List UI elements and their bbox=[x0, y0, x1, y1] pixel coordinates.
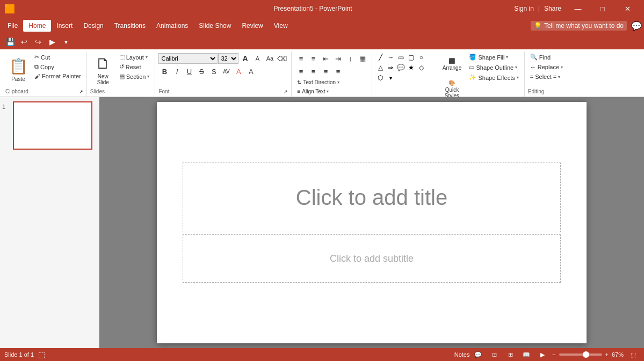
numbering-button[interactable]: ≡ bbox=[307, 53, 319, 64]
arrange-button[interactable]: ⬛ Arrange bbox=[439, 53, 465, 76]
shape-rounded-rect[interactable]: ▢ bbox=[406, 53, 416, 62]
slide-subtitle-area[interactable]: Click to add subtitle bbox=[183, 234, 561, 283]
comments-icon[interactable]: 💬 bbox=[472, 349, 484, 360]
shape-outline-button[interactable]: ▭ Shape Outline ▾ bbox=[467, 63, 520, 72]
shape-more[interactable]: ▾ bbox=[386, 73, 395, 83]
text-direction-button[interactable]: ⇅ Text Direction ▾ bbox=[295, 78, 342, 86]
slide-info: Slide 1 of 1 bbox=[4, 351, 34, 358]
section-button[interactable]: ▤ Section ▾ bbox=[117, 72, 152, 81]
notes-button[interactable]: Notes bbox=[455, 349, 468, 360]
reset-button[interactable]: ↺ Reset bbox=[117, 62, 152, 71]
menu-animations[interactable]: Animations bbox=[151, 20, 193, 32]
bullets-button[interactable]: ≡ bbox=[295, 53, 307, 64]
layout-button[interactable]: ⬚ Layout ▾ bbox=[117, 53, 152, 62]
format-painter-button[interactable]: 🖌 Format Painter bbox=[32, 72, 83, 80]
new-slide-button[interactable]: 🗋 New Slide bbox=[90, 53, 116, 87]
shape-oval[interactable]: ○ bbox=[416, 53, 426, 62]
slide-title-area[interactable]: Click to add title bbox=[183, 163, 561, 232]
font-color-button[interactable]: A bbox=[233, 65, 244, 77]
menu-view[interactable]: View bbox=[269, 20, 293, 32]
justify-button[interactable]: ≡ bbox=[332, 65, 344, 77]
redo-button[interactable]: ↪ bbox=[32, 36, 44, 48]
strikethrough-button[interactable]: S bbox=[196, 65, 207, 77]
shape-effects-dropdown-icon: ▾ bbox=[517, 75, 519, 80]
shape-line[interactable]: ╱ bbox=[375, 53, 385, 62]
normal-view-button[interactable]: ⊡ bbox=[488, 349, 501, 360]
menu-slideshow[interactable]: Slide Show bbox=[193, 20, 236, 32]
zoom-out-icon[interactable]: − bbox=[552, 351, 555, 358]
font-expand-icon[interactable]: ↗ bbox=[284, 89, 288, 94]
search-box[interactable]: 💡 Tell me what you want to do bbox=[531, 21, 627, 31]
slideshow-button[interactable]: ▶ bbox=[536, 349, 549, 360]
zoom-in-icon[interactable]: + bbox=[605, 351, 609, 358]
align-left-button[interactable]: ≡ bbox=[295, 65, 307, 77]
fit-window-button[interactable]: ⬚ bbox=[627, 349, 640, 360]
shape-callout[interactable]: 💬 bbox=[396, 63, 406, 72]
shape-rect[interactable]: ▭ bbox=[396, 53, 406, 62]
quick-access-toolbar: 💾 ↩ ↪ ▶ ▼ bbox=[0, 34, 644, 49]
columns-button[interactable]: ▦ bbox=[357, 53, 368, 64]
shape-outline-icon: ▭ bbox=[469, 64, 474, 71]
align-center-button[interactable]: ≡ bbox=[307, 65, 319, 77]
select-button[interactable]: = Select = ▾ bbox=[528, 72, 563, 81]
increase-indent-button[interactable]: ⇥ bbox=[332, 53, 344, 64]
align-right-button[interactable]: ≡ bbox=[320, 65, 331, 77]
menu-file[interactable]: File bbox=[2, 20, 23, 32]
decrease-indent-button[interactable]: ⇤ bbox=[320, 53, 331, 64]
shape-effects-button[interactable]: ✨ Shape Effects ▾ bbox=[467, 73, 520, 82]
menu-insert[interactable]: Insert bbox=[51, 20, 78, 32]
menu-home[interactable]: Home bbox=[23, 20, 51, 32]
line-spacing-button[interactable]: ↕ bbox=[344, 53, 356, 64]
shape-fill-button[interactable]: 🪣 Shape Fill ▾ bbox=[467, 53, 520, 62]
sign-in-button[interactable]: Sign in bbox=[514, 5, 534, 12]
decrease-font-size-button[interactable]: A bbox=[251, 53, 263, 64]
close-button[interactable]: ✕ bbox=[615, 0, 640, 17]
menu-transitions[interactable]: Transitions bbox=[109, 20, 151, 32]
cut-button[interactable]: ✂ Cut bbox=[32, 53, 83, 62]
shape-triangle[interactable]: △ bbox=[375, 63, 385, 72]
maximize-button[interactable]: □ bbox=[590, 0, 615, 17]
share-button[interactable]: Share bbox=[544, 5, 561, 12]
shape-right-arrow[interactable]: ⇒ bbox=[386, 63, 395, 72]
zoom-slider[interactable] bbox=[559, 353, 602, 356]
bold-button[interactable]: B bbox=[158, 65, 170, 77]
menu-review[interactable]: Review bbox=[236, 20, 268, 32]
slide-sorter-button[interactable]: ⊞ bbox=[504, 349, 517, 360]
font-name-select[interactable]: Calibri bbox=[158, 53, 218, 64]
search-label[interactable]: Tell me what you want to do bbox=[544, 22, 624, 30]
editing-group: 🔍 Find ↔ Replace ▾ = Select = ▾ Editing bbox=[525, 51, 568, 97]
align-text-button[interactable]: ≡ Align Text ▾ bbox=[295, 87, 331, 95]
slide-thumbnail[interactable]: 1 bbox=[2, 101, 97, 150]
shape-star[interactable]: ★ bbox=[406, 63, 416, 72]
shape-diamond[interactable]: ◇ bbox=[416, 63, 426, 72]
save-qat-button[interactable]: 💾 bbox=[4, 36, 16, 48]
section-dropdown-icon: ▾ bbox=[147, 74, 149, 79]
clipboard-expand-icon[interactable]: ↗ bbox=[79, 89, 83, 94]
paste-button[interactable]: 📋 Paste bbox=[5, 53, 31, 87]
underline-button[interactable]: U bbox=[183, 65, 195, 77]
minimize-button[interactable]: — bbox=[566, 0, 590, 17]
shape-outline-dropdown-icon: ▾ bbox=[515, 65, 517, 70]
increase-font-size-button[interactable]: A bbox=[239, 53, 251, 64]
find-button[interactable]: 🔍 Find bbox=[528, 53, 553, 62]
font-size-select[interactable]: 32 bbox=[218, 53, 238, 64]
font-highlight-button[interactable]: A bbox=[245, 65, 257, 77]
replace-button[interactable]: ↔ Replace ▾ bbox=[528, 63, 565, 71]
clear-formatting-button[interactable]: ⌫ bbox=[276, 53, 288, 64]
fit-slide-icon[interactable]: ⬚ bbox=[38, 350, 45, 359]
shadow-button[interactable]: S bbox=[208, 65, 220, 77]
char-spacing-button[interactable]: AV bbox=[220, 65, 232, 77]
reading-view-button[interactable]: 📖 bbox=[520, 349, 533, 360]
shape-arrow[interactable]: → bbox=[386, 53, 395, 62]
customize-qat-button[interactable]: ▼ bbox=[60, 36, 72, 48]
shape-hexagon[interactable]: ⬡ bbox=[375, 73, 385, 83]
slide-preview-image[interactable] bbox=[13, 101, 92, 150]
copy-button[interactable]: ⧉ Copy bbox=[32, 62, 83, 71]
undo-button[interactable]: ↩ bbox=[18, 36, 30, 48]
start-presentation-button[interactable]: ▶ bbox=[46, 36, 58, 48]
change-case-button[interactable]: Aa bbox=[264, 53, 276, 64]
zoom-level[interactable]: 67% bbox=[612, 351, 624, 358]
comment-icon[interactable]: 💬 bbox=[631, 21, 642, 31]
italic-button[interactable]: I bbox=[171, 65, 183, 77]
menu-design[interactable]: Design bbox=[78, 20, 108, 32]
